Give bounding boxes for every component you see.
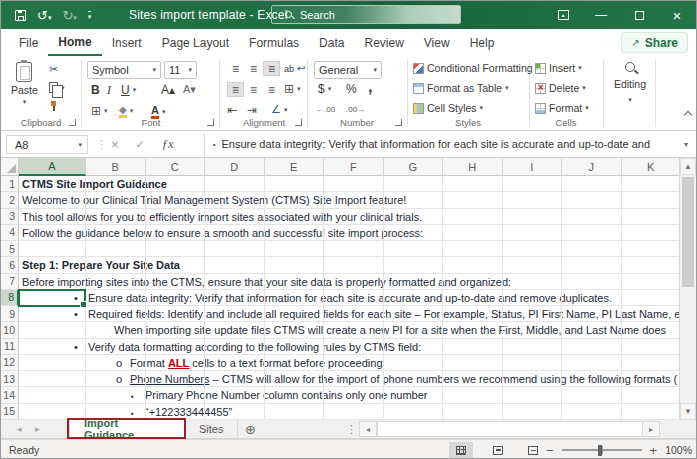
conditional-formatting-button[interactable]: Conditional Formatting▾ [413,62,539,74]
share-button[interactable]: ↗Share [621,32,688,53]
minimize-button[interactable]: — [582,1,620,29]
cell-styles-button[interactable]: Cell Styles▾ [413,102,483,114]
editing-group-button[interactable]: Editing ▾ [607,62,653,104]
grow-font-button[interactable]: A▴ [161,83,175,97]
font-color-dropdown-icon[interactable]: ▾ [162,108,166,116]
tab-home[interactable]: Home [48,29,101,56]
format-cells-button[interactable]: Format▾ [535,102,589,114]
row-header-1[interactable]: 1 [1,176,19,192]
zoom-out-button[interactable]: − [546,443,554,458]
sheet-tab-sites[interactable]: Sites [185,420,238,438]
sheet-tab-import-guidance[interactable]: Import Guidance [69,420,185,438]
font-dialog-launcher-icon[interactable] [207,119,214,126]
zoom-in-button[interactable]: + [650,443,658,458]
tab-help[interactable]: Help [460,29,505,56]
page-break-preview-button[interactable] [521,442,545,459]
grid-row[interactable]: oPhone Numbers – CTMS will allow for the… [19,371,681,387]
clipboard-dialog-launcher-icon[interactable] [69,119,76,126]
row-header-10[interactable]: 10 [1,322,19,338]
scroll-down-button[interactable]: ▼ [680,403,696,420]
row-header-2[interactable]: 2 [1,192,19,208]
accounting-dropdown-icon[interactable]: ▾ [328,85,332,93]
save-icon[interactable] [15,10,26,21]
tab-view[interactable]: View [414,29,460,56]
cells-area[interactable]: CTMS Site Import Guidance Welcome to our… [19,176,681,420]
merge-dropdown-icon[interactable]: ▾ [297,85,301,93]
grid-row[interactable]: Welcome to our Clinical Trial Management… [19,192,681,208]
row-header-4[interactable]: 4 [1,225,19,241]
alignment-dialog-launcher-icon[interactable] [295,119,302,126]
row-header-7[interactable]: 7 [1,274,19,290]
new-sheet-button[interactable]: ⊕ [245,420,256,438]
paste-button[interactable]: Paste ▾ [11,62,38,106]
hscroll-right-button[interactable]: ▸ [642,421,660,437]
scroll-up-button[interactable]: ▲ [680,158,696,175]
grid-row[interactable]: CTMS Site Import Guidance [19,176,681,192]
tab-formulas[interactable]: Formulas [239,29,309,56]
percent-style-button[interactable]: % [346,82,357,96]
decrease-indent-button[interactable]: ⇤ [227,103,237,117]
comma-style-button[interactable]: , [368,78,372,96]
delete-cells-button[interactable]: Delete▾ [535,82,586,94]
grid-row[interactable]: •Verify data formatting according to the… [19,339,681,355]
row-header-11[interactable]: 11 [1,339,19,355]
grid-row[interactable]: ▪Primary Phone Number column contains on… [19,387,681,403]
align-top-button[interactable]: ≡ [227,61,244,76]
formula-input[interactable]: • Ensure data integrity: Verify that inf… [213,131,670,157]
underline-dropdown-icon[interactable]: ▾ [133,86,137,94]
name-box[interactable]: A8 ▾ [6,135,88,154]
increase-indent-button[interactable]: ⇥ [247,103,257,117]
orientation-dropdown-icon[interactable]: ▾ [284,106,288,114]
grid-row[interactable]: Step 1: Prepare Your Site Data [19,257,681,273]
undo-dropdown-icon[interactable]: ▾ [48,14,52,21]
column-header-F[interactable]: F [324,158,384,176]
vertical-scrollbar[interactable]: ▲ ▼ [679,158,696,420]
paste-dropdown-icon[interactable]: ▾ [23,98,27,106]
format-painter-button[interactable] [49,101,58,111]
column-header-D[interactable]: D [205,158,265,176]
previous-sheet-button[interactable]: ◂ [17,420,22,438]
tab-page-layout[interactable]: Page Layout [152,29,239,56]
grid-row-selected-cell[interactable]: •Ensure data integrity: Verify that info… [19,290,681,306]
merge-center-button[interactable]: ⊞▾ [284,82,301,96]
format-as-table-button[interactable]: Format as Table▾ [413,82,509,94]
zoom-level[interactable]: 100% [665,444,692,456]
column-header-H[interactable]: H [443,158,503,176]
tab-review[interactable]: Review [354,29,413,56]
tab-splitter-icon[interactable]: ⋮ [346,420,357,438]
vertical-scrollbar-thumb[interactable] [682,177,694,287]
row-header-15[interactable]: 15 [1,404,19,420]
insert-function-button[interactable]: ƒx [162,137,174,152]
wrap-text-button[interactable]: ab↩ [284,63,305,74]
grid-row[interactable]: •Required fields: Identify and include a… [19,306,681,322]
column-header-C[interactable]: C [146,158,206,176]
align-center-button[interactable]: ≡ [245,82,262,97]
grid-row[interactable]: Follow the guidance below to ensure a sm… [19,225,681,241]
tab-file[interactable]: File [9,29,48,56]
font-name-select[interactable]: Symbol▾ [87,61,161,79]
enter-button[interactable]: ✓ [136,138,145,151]
accounting-format-button[interactable]: $▾ [318,82,331,96]
row-header-3[interactable]: 3 [1,209,19,225]
shrink-font-button[interactable]: A▾ [183,83,196,96]
row-header-8[interactable]: 8 [1,290,19,306]
fill-color-dropdown-icon[interactable]: ▾ [130,107,134,115]
borders-dropdown-icon[interactable]: ▾ [104,107,108,115]
decrease-decimal-button[interactable]: .00→ [346,105,365,114]
column-header-J[interactable]: J [562,158,622,176]
search-box[interactable]: Search [271,5,461,24]
grid-row[interactable] [19,241,681,257]
name-box-dropdown-icon[interactable]: ▾ [78,141,82,149]
underline-button[interactable]: U▾ [121,83,136,97]
align-middle-button[interactable]: ≡ [245,61,262,76]
row-header-9[interactable]: 9 [1,306,19,322]
column-header-K[interactable]: K [622,158,682,176]
maximize-button[interactable] [620,1,658,29]
column-header-I[interactable]: I [503,158,563,176]
hscroll-left-button[interactable]: ◂ [359,421,377,437]
grid-row[interactable]: When importing site update files CTMS wi… [19,322,681,338]
align-bottom-button[interactable]: ≡ [263,61,280,76]
zoom-slider[interactable] [562,449,642,451]
customize-quick-access-toolbar-icon[interactable]: ▾ [88,11,92,20]
column-header-G[interactable]: G [384,158,444,176]
